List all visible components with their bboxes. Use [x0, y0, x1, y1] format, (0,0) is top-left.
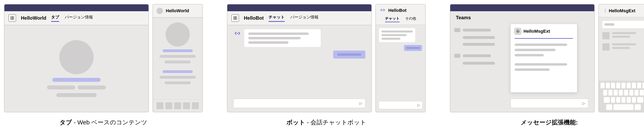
bot-avatar-icon — [234, 29, 242, 37]
svg-point-8 — [236, 33, 238, 34]
card-separator — [515, 38, 573, 39]
section-bot: HelloBot チャット バージョン情報 — [227, 4, 426, 127]
text-line — [160, 76, 196, 79]
text-line — [515, 49, 556, 51]
app-name: HelloWorld — [21, 15, 46, 21]
bot-avatar-icon — [380, 7, 386, 14]
caption-bot: ボット - 会話チャットボット — [286, 118, 366, 127]
compose-box[interactable]: ▷ — [510, 99, 588, 108]
list-item[interactable] — [463, 36, 495, 39]
text-line — [164, 61, 191, 63]
card-title: HelloMsgExt — [524, 29, 550, 34]
app-name: HelloBot — [388, 8, 406, 13]
svg-rect-4 — [234, 16, 235, 18]
tab-active[interactable]: タブ — [51, 14, 59, 22]
text-line — [162, 49, 193, 52]
mobile-header: HelloBot チャット その他 — [376, 4, 425, 25]
section-ext: Teams — [450, 4, 644, 127]
nav-item[interactable] — [174, 102, 181, 109]
svg-rect-1 — [12, 16, 14, 18]
text-line — [56, 93, 96, 97]
result-thumb — [602, 32, 610, 39]
result-item[interactable] — [602, 43, 644, 51]
teams-header: Teams — [450, 11, 594, 24]
mobile-content — [153, 18, 202, 99]
caption-tab: タブ - Web ベースのコンテンツ — [60, 118, 147, 127]
window-titlebar — [4, 4, 148, 11]
avatar-placeholder — [166, 22, 190, 47]
keyboard[interactable] — [599, 81, 644, 112]
tab-content — [4, 25, 148, 112]
list-item[interactable] — [454, 28, 498, 32]
search-input[interactable] — [602, 21, 644, 28]
app-header: HelloWorld タブ バージョン情報 — [4, 11, 148, 25]
nav-item[interactable] — [156, 102, 163, 109]
bot-message — [234, 29, 365, 47]
ext-content — [599, 17, 644, 81]
back-icon[interactable]: 〈 — [602, 8, 606, 14]
text-line — [612, 47, 630, 49]
nav-item[interactable] — [183, 102, 190, 109]
list-item[interactable] — [463, 43, 495, 46]
compose-box[interactable]: ▷ — [379, 101, 422, 109]
svg-rect-2 — [11, 18, 12, 20]
text-line — [382, 34, 406, 36]
text-line — [612, 36, 630, 38]
send-icon[interactable]: ▷ — [418, 103, 420, 107]
text-line — [382, 38, 400, 40]
teams-main: HelloMsgExt ▷ — [502, 24, 594, 112]
list-item[interactable] — [454, 54, 498, 58]
text-line — [248, 32, 308, 35]
mobile-nav — [153, 99, 202, 112]
tab-other[interactable]: その他 — [405, 16, 416, 22]
send-icon[interactable]: ▷ — [360, 101, 362, 106]
svg-rect-12 — [516, 30, 518, 31]
user-message — [333, 51, 365, 59]
text-line — [515, 54, 544, 56]
app-icon — [515, 28, 521, 34]
avatar-icon — [156, 8, 163, 14]
bot-mobile-mockup: HelloBot チャット その他 — [376, 4, 426, 112]
caption-ext: メッセージ拡張機能: — [521, 118, 578, 127]
svg-rect-0 — [11, 16, 12, 18]
mobile-header: 〈 HelloMsgExt — [599, 4, 644, 17]
mobile-tabs: チャット その他 — [380, 16, 422, 22]
app-name: HelloWorld — [166, 8, 189, 13]
avatar-placeholder — [59, 40, 94, 74]
tab-version[interactable]: バージョン情報 — [290, 14, 318, 22]
text-line — [382, 30, 413, 32]
chat-content — [227, 25, 372, 97]
teams-sidebar — [450, 24, 502, 112]
svg-point-9 — [238, 33, 238, 34]
teams-body: HelloMsgExt ▷ — [450, 24, 594, 112]
result-item[interactable] — [602, 32, 644, 39]
text-line — [248, 41, 288, 44]
svg-rect-13 — [518, 30, 520, 31]
tab-chat[interactable]: チャット — [385, 16, 400, 22]
app-header: HelloBot チャット バージョン情報 — [227, 11, 372, 25]
tab-chat[interactable]: チャット — [268, 14, 285, 22]
app-icon — [8, 14, 16, 22]
svg-point-10 — [382, 10, 383, 10]
send-icon[interactable]: ▷ — [582, 101, 585, 106]
user-message — [404, 45, 422, 51]
text-line — [78, 86, 106, 90]
nav-item[interactable] — [166, 102, 172, 109]
window-titlebar — [227, 4, 372, 11]
text-line — [406, 47, 420, 49]
teams-title: Teams — [456, 15, 471, 20]
text-line — [160, 55, 196, 58]
mobile-header: HelloWorld — [153, 4, 202, 18]
bot-message — [379, 28, 415, 42]
svg-rect-5 — [236, 16, 237, 18]
svg-rect-7 — [236, 18, 237, 20]
nav-item[interactable] — [192, 102, 199, 109]
text-line — [515, 63, 567, 66]
tab-version[interactable]: バージョン情報 — [65, 14, 93, 22]
tab-bar: チャット バージョン情報 — [268, 14, 318, 22]
svg-rect-3 — [12, 18, 14, 20]
ext-desktop-mockup: Teams — [450, 4, 595, 112]
compose-box[interactable]: ▷ — [234, 99, 365, 108]
list-item[interactable] — [463, 62, 495, 65]
text-line — [515, 43, 567, 46]
